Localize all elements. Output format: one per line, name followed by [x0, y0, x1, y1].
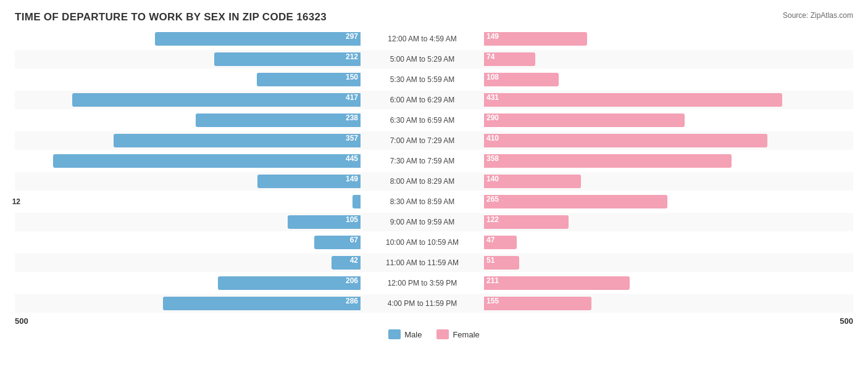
bar-row: 2125:00 AM to 5:29 AM74 — [15, 50, 853, 68]
time-label: 11:00 AM to 11:59 AM — [361, 258, 484, 267]
right-section: 149 — [484, 31, 830, 47]
bar-female: 149 — [484, 32, 587, 46]
left-section: 150 — [15, 72, 361, 88]
axis-row: 500 500 — [15, 316, 853, 326]
left-section: 286 — [15, 295, 361, 311]
bar-female: 122 — [484, 215, 569, 229]
right-section: 410 — [484, 133, 830, 149]
bar-female: 155 — [484, 297, 591, 310]
value-male: 212 — [346, 52, 358, 61]
bar-male: 238 — [196, 113, 361, 127]
bar-row: 20612:00 PM to 3:59 PM211 — [15, 274, 853, 292]
right-section: 290 — [484, 112, 830, 128]
bar-female: 140 — [484, 175, 581, 188]
bar-row: 2864:00 PM to 11:59 PM155 — [15, 294, 853, 313]
bar-row: 4211:00 AM to 11:59 AM51 — [15, 254, 853, 272]
time-label: 5:30 AM to 5:59 AM — [361, 75, 484, 84]
value-male: 417 — [346, 93, 358, 102]
bar-female: 51 — [484, 256, 519, 270]
right-section: 47 — [484, 234, 830, 250]
time-label: 8:00 AM to 8:29 AM — [361, 177, 484, 186]
value-female: 122 — [486, 215, 499, 224]
value-female: 149 — [486, 32, 499, 41]
legend-male: Male — [388, 329, 422, 339]
value-female: 155 — [486, 297, 499, 305]
legend-male-label: Male — [404, 330, 422, 339]
value-male: 357 — [346, 134, 358, 142]
bar-female: 74 — [484, 52, 535, 66]
right-section: 51 — [484, 255, 830, 271]
legend: Male Female — [15, 329, 853, 339]
value-female: 51 — [486, 256, 495, 265]
bar-female: 410 — [484, 134, 767, 147]
value-female: 410 — [486, 134, 499, 142]
bar-row: 6710:00 AM to 10:59 AM47 — [15, 233, 853, 252]
bar-male: 212 — [214, 52, 361, 66]
left-section: 149 — [15, 173, 361, 189]
bar-male: 286 — [163, 297, 361, 310]
bar-row: 2386:30 AM to 6:59 AM290 — [15, 111, 853, 130]
left-section: 67 — [15, 234, 361, 250]
time-label: 5:00 AM to 5:29 AM — [361, 55, 484, 64]
bar-female: 108 — [484, 73, 559, 86]
time-label: 12:00 AM to 4:59 AM — [361, 35, 484, 43]
bar-row: 1505:30 AM to 5:59 AM108 — [15, 70, 853, 89]
bar-male: 105 — [288, 215, 361, 229]
bar-row: 128:30 AM to 8:59 AM265 — [15, 192, 853, 211]
bar-male: 67 — [314, 236, 361, 249]
time-label: 6:30 AM to 6:59 AM — [361, 116, 484, 125]
value-male: 206 — [346, 276, 358, 285]
value-female: 74 — [486, 52, 495, 61]
time-label: 7:00 AM to 7:29 AM — [361, 136, 484, 145]
right-section: 74 — [484, 51, 830, 67]
legend-box-male — [388, 329, 401, 339]
left-section: 417 — [15, 92, 361, 108]
value-male: 286 — [346, 297, 358, 305]
bar-row: 1059:00 AM to 9:59 AM122 — [15, 213, 853, 231]
axis-val-left: 500 — [15, 316, 28, 326]
value-female: 47 — [486, 236, 495, 244]
bar-male: 297 — [155, 32, 361, 46]
left-section: 212 — [15, 51, 361, 67]
value-male: 12 — [12, 197, 20, 206]
time-label: 8:30 AM to 8:59 AM — [361, 197, 484, 206]
right-section: 140 — [484, 173, 830, 189]
value-male: 42 — [350, 256, 358, 265]
source-label: Source: ZipAtlas.com — [783, 11, 853, 20]
left-section: 12 — [15, 194, 361, 210]
bar-female: 47 — [484, 236, 517, 249]
legend-female: Female — [436, 329, 479, 339]
right-section: 265 — [484, 194, 830, 210]
axis-left: 500 — [15, 316, 372, 326]
bar-row: 4176:00 AM to 6:29 AM431 — [15, 91, 853, 109]
left-section: 238 — [15, 112, 361, 128]
bar-male: 357 — [114, 134, 361, 147]
bar-male: 445 — [53, 154, 361, 168]
right-section: 358 — [484, 153, 830, 169]
bar-male: 206 — [218, 276, 361, 290]
value-male: 150 — [346, 73, 358, 81]
right-section: 122 — [484, 214, 830, 230]
time-label: 4:00 PM to 11:59 PM — [361, 299, 484, 308]
value-female: 358 — [486, 154, 499, 163]
time-label: 6:00 AM to 6:29 AM — [361, 96, 484, 104]
time-label: 9:00 AM to 9:59 AM — [361, 218, 484, 226]
right-section: 431 — [484, 92, 830, 108]
value-male: 445 — [346, 154, 358, 163]
value-female: 108 — [486, 73, 499, 81]
right-section: 155 — [484, 295, 830, 311]
chart-container: TIME OF DEPARTURE TO WORK BY SEX IN ZIP … — [0, 0, 868, 367]
left-section: 206 — [15, 275, 361, 291]
bar-female: 265 — [484, 195, 667, 208]
axis-val-right: 500 — [840, 316, 853, 326]
rows-area: 29712:00 AM to 4:59 AM1492125:00 AM to 5… — [15, 30, 853, 313]
bar-female: 358 — [484, 154, 732, 168]
time-label: 7:30 AM to 7:59 AM — [361, 157, 484, 165]
left-section: 297 — [15, 31, 361, 47]
value-male: 105 — [346, 215, 358, 224]
axis-right: 500 — [496, 316, 853, 326]
bar-female: 431 — [484, 93, 782, 107]
bar-female: 290 — [484, 113, 685, 127]
bar-row: 29712:00 AM to 4:59 AM149 — [15, 30, 853, 48]
right-section: 211 — [484, 275, 830, 291]
